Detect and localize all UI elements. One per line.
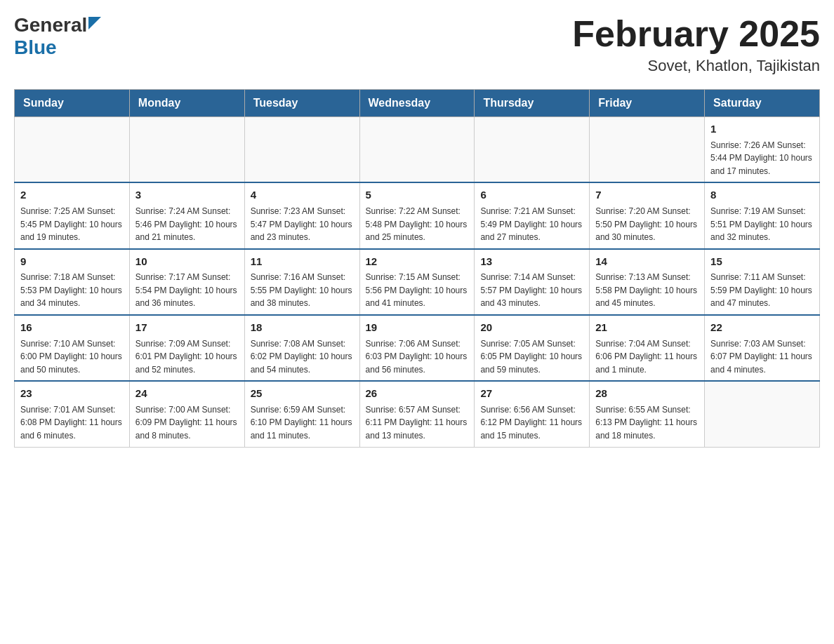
calendar-cell: 28Sunrise: 6:55 AM Sunset: 6:13 PM Dayli… (590, 381, 705, 447)
calendar-cell: 21Sunrise: 7:04 AM Sunset: 6:06 PM Dayli… (590, 315, 705, 381)
weekday-header-saturday: Saturday (705, 90, 820, 117)
day-number: 26 (366, 386, 469, 402)
weekday-header-friday: Friday (590, 90, 705, 117)
day-info: Sunrise: 7:13 AM Sunset: 5:58 PM Dayligh… (595, 271, 699, 310)
calendar-cell: 2Sunrise: 7:25 AM Sunset: 5:45 PM Daylig… (15, 182, 130, 248)
day-info: Sunrise: 7:11 AM Sunset: 5:59 PM Dayligh… (710, 271, 814, 310)
calendar-cell: 22Sunrise: 7:03 AM Sunset: 6:07 PM Dayli… (705, 315, 820, 381)
day-info: Sunrise: 7:09 AM Sunset: 6:01 PM Dayligh… (135, 337, 239, 377)
logo-blue-text: Blue (14, 36, 57, 58)
calendar-cell: 5Sunrise: 7:22 AM Sunset: 5:48 PM Daylig… (359, 182, 475, 248)
day-number: 6 (480, 187, 583, 203)
day-info: Sunrise: 7:10 AM Sunset: 6:00 PM Dayligh… (20, 337, 124, 377)
weekday-header-sunday: Sunday (15, 90, 130, 117)
day-info: Sunrise: 7:16 AM Sunset: 5:55 PM Dayligh… (251, 271, 354, 310)
calendar-cell: 8Sunrise: 7:19 AM Sunset: 5:51 PM Daylig… (705, 182, 820, 248)
day-number: 24 (135, 386, 239, 402)
day-info: Sunrise: 7:21 AM Sunset: 5:49 PM Dayligh… (480, 205, 583, 244)
calendar-table: SundayMondayTuesdayWednesdayThursdayFrid… (14, 89, 820, 447)
calendar-cell: 6Sunrise: 7:21 AM Sunset: 5:49 PM Daylig… (475, 182, 590, 248)
day-info: Sunrise: 7:03 AM Sunset: 6:07 PM Dayligh… (710, 337, 814, 377)
day-number: 25 (251, 386, 354, 402)
day-number: 8 (710, 187, 814, 203)
calendar-cell: 24Sunrise: 7:00 AM Sunset: 6:09 PM Dayli… (129, 381, 244, 447)
day-info: Sunrise: 7:15 AM Sunset: 5:56 PM Dayligh… (366, 271, 469, 310)
day-number: 14 (595, 254, 699, 270)
day-info: Sunrise: 7:06 AM Sunset: 6:03 PM Dayligh… (366, 337, 469, 377)
day-info: Sunrise: 6:56 AM Sunset: 6:12 PM Dayligh… (480, 403, 583, 443)
calendar-cell: 23Sunrise: 7:01 AM Sunset: 6:08 PM Dayli… (15, 381, 130, 447)
calendar-cell: 13Sunrise: 7:14 AM Sunset: 5:57 PM Dayli… (475, 249, 590, 315)
day-info: Sunrise: 7:20 AM Sunset: 5:50 PM Dayligh… (595, 205, 699, 244)
calendar-cell: 16Sunrise: 7:10 AM Sunset: 6:00 PM Dayli… (15, 315, 130, 381)
calendar-cell: 14Sunrise: 7:13 AM Sunset: 5:58 PM Dayli… (590, 249, 705, 315)
day-info: Sunrise: 7:25 AM Sunset: 5:45 PM Dayligh… (20, 205, 124, 244)
weekday-header-monday: Monday (129, 90, 244, 117)
day-number: 10 (135, 254, 239, 270)
calendar-cell: 26Sunrise: 6:57 AM Sunset: 6:11 PM Dayli… (359, 381, 475, 447)
calendar-cell: 7Sunrise: 7:20 AM Sunset: 5:50 PM Daylig… (590, 182, 705, 248)
day-number: 28 (595, 386, 699, 402)
day-number: 12 (366, 254, 469, 270)
calendar-week-row: 23Sunrise: 7:01 AM Sunset: 6:08 PM Dayli… (15, 381, 820, 447)
calendar-cell: 4Sunrise: 7:23 AM Sunset: 5:47 PM Daylig… (244, 182, 359, 248)
calendar-cell: 11Sunrise: 7:16 AM Sunset: 5:55 PM Dayli… (244, 249, 359, 315)
day-number: 11 (251, 254, 354, 270)
day-info: Sunrise: 7:08 AM Sunset: 6:02 PM Dayligh… (251, 337, 354, 377)
day-info: Sunrise: 7:23 AM Sunset: 5:47 PM Dayligh… (251, 205, 354, 244)
logo-arrow-icon (88, 17, 101, 29)
calendar-cell: 3Sunrise: 7:24 AM Sunset: 5:46 PM Daylig… (129, 182, 244, 248)
day-number: 19 (366, 320, 469, 336)
day-number: 21 (595, 320, 699, 336)
day-info: Sunrise: 7:14 AM Sunset: 5:57 PM Dayligh… (480, 271, 583, 310)
calendar-cell: 18Sunrise: 7:08 AM Sunset: 6:02 PM Dayli… (244, 315, 359, 381)
day-info: Sunrise: 7:26 AM Sunset: 5:44 PM Dayligh… (710, 139, 814, 178)
day-number: 1 (710, 121, 814, 137)
weekday-header-thursday: Thursday (475, 90, 590, 117)
calendar-cell: 27Sunrise: 6:56 AM Sunset: 6:12 PM Dayli… (475, 381, 590, 447)
day-number: 5 (366, 187, 469, 203)
day-info: Sunrise: 6:59 AM Sunset: 6:10 PM Dayligh… (251, 403, 354, 443)
svg-marker-0 (88, 17, 101, 29)
month-title: February 2025 (572, 14, 820, 54)
day-number: 18 (251, 320, 354, 336)
day-info: Sunrise: 7:17 AM Sunset: 5:54 PM Dayligh… (135, 271, 239, 310)
day-info: Sunrise: 7:05 AM Sunset: 6:05 PM Dayligh… (480, 337, 583, 377)
calendar-cell: 10Sunrise: 7:17 AM Sunset: 5:54 PM Dayli… (129, 249, 244, 315)
day-info: Sunrise: 7:00 AM Sunset: 6:09 PM Dayligh… (135, 403, 239, 443)
calendar-week-row: 1Sunrise: 7:26 AM Sunset: 5:44 PM Daylig… (15, 117, 820, 183)
calendar-cell (475, 117, 590, 183)
calendar-header-row: SundayMondayTuesdayWednesdayThursdayFrid… (15, 90, 820, 117)
day-number: 3 (135, 187, 239, 203)
day-number: 16 (20, 320, 124, 336)
calendar-cell (15, 117, 130, 183)
logo-general-text: General (14, 14, 87, 36)
day-number: 7 (595, 187, 699, 203)
day-info: Sunrise: 7:04 AM Sunset: 6:06 PM Dayligh… (595, 337, 699, 377)
day-number: 4 (251, 187, 354, 203)
calendar-cell: 20Sunrise: 7:05 AM Sunset: 6:05 PM Dayli… (475, 315, 590, 381)
calendar-cell: 1Sunrise: 7:26 AM Sunset: 5:44 PM Daylig… (705, 117, 820, 183)
calendar-cell (359, 117, 475, 183)
day-info: Sunrise: 6:55 AM Sunset: 6:13 PM Dayligh… (595, 403, 699, 443)
calendar-week-row: 16Sunrise: 7:10 AM Sunset: 6:00 PM Dayli… (15, 315, 820, 381)
calendar-week-row: 9Sunrise: 7:18 AM Sunset: 5:53 PM Daylig… (15, 249, 820, 315)
day-number: 2 (20, 187, 124, 203)
location-title: Sovet, Khatlon, Tajikistan (572, 57, 820, 75)
day-number: 20 (480, 320, 583, 336)
title-block: February 2025 Sovet, Khatlon, Tajikistan (572, 14, 820, 75)
weekday-header-tuesday: Tuesday (244, 90, 359, 117)
day-number: 13 (480, 254, 583, 270)
calendar-cell (590, 117, 705, 183)
day-number: 22 (710, 320, 814, 336)
day-info: Sunrise: 7:01 AM Sunset: 6:08 PM Dayligh… (20, 403, 124, 443)
calendar-cell: 9Sunrise: 7:18 AM Sunset: 5:53 PM Daylig… (15, 249, 130, 315)
weekday-header-wednesday: Wednesday (359, 90, 475, 117)
day-number: 27 (480, 386, 583, 402)
calendar-cell (244, 117, 359, 183)
calendar-cell: 12Sunrise: 7:15 AM Sunset: 5:56 PM Dayli… (359, 249, 475, 315)
day-number: 17 (135, 320, 239, 336)
day-number: 9 (20, 254, 124, 270)
calendar-cell (705, 381, 820, 447)
logo: General Blue (14, 14, 101, 59)
